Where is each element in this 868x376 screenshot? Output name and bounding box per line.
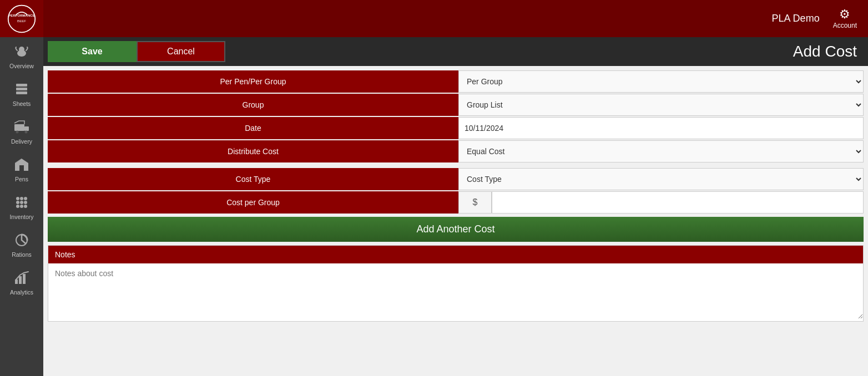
svg-rect-6 bbox=[16, 88, 27, 90]
gear-icon: ⚙ bbox=[839, 8, 850, 21]
account-label: Account bbox=[833, 22, 857, 29]
sidebar-item-overview[interactable]: Overview bbox=[0, 37, 43, 75]
app-logo: PERFORMANCE BEEF bbox=[0, 0, 43, 37]
svg-rect-5 bbox=[16, 84, 27, 87]
add-another-cost-button[interactable]: Add Another Cost bbox=[48, 217, 864, 242]
distribute-cost-row: Distribute Cost Equal Cost By Head Count… bbox=[48, 140, 864, 162]
sidebar-item-delivery[interactable]: Delivery bbox=[0, 113, 43, 150]
analytics-icon bbox=[13, 269, 31, 287]
save-button[interactable]: Save bbox=[48, 41, 137, 62]
sidebar-item-analytics[interactable]: Analytics bbox=[0, 263, 43, 301]
account-button[interactable]: ⚙ Account bbox=[833, 8, 857, 29]
form-area: Per Pen/Per Group Per Group Per Pen Grou… bbox=[43, 66, 868, 376]
sidebar-label-sheets: Sheets bbox=[13, 100, 31, 107]
cost-per-group-row: Cost per Group $ bbox=[48, 191, 864, 214]
svg-point-21 bbox=[24, 205, 27, 208]
notes-header: Notes bbox=[48, 246, 863, 263]
svg-point-4 bbox=[19, 47, 24, 52]
cost-type-label: Cost Type bbox=[48, 168, 458, 190]
svg-rect-24 bbox=[19, 276, 22, 284]
svg-point-20 bbox=[20, 205, 23, 208]
dollar-sign: $ bbox=[458, 191, 492, 214]
cost-per-group-label: Cost per Group bbox=[48, 191, 458, 214]
svg-point-0 bbox=[8, 5, 36, 32]
cost-type-select[interactable]: Cost Type Feed Medical Labor Other bbox=[458, 168, 864, 190]
svg-point-18 bbox=[24, 201, 27, 204]
sidebar-item-pens[interactable]: Pens bbox=[0, 150, 43, 188]
svg-text:BEEF: BEEF bbox=[17, 19, 26, 22]
date-row: Date 10/11/2024 bbox=[48, 117, 864, 139]
svg-rect-25 bbox=[23, 274, 26, 284]
per-pen-label: Per Pen/Per Group bbox=[48, 70, 458, 93]
pens-icon bbox=[13, 156, 31, 174]
cost-type-row: Cost Type Cost Type Feed Medical Labor O… bbox=[48, 168, 864, 190]
page-title: Add Cost bbox=[793, 43, 864, 60]
svg-point-14 bbox=[20, 197, 23, 200]
sidebar-item-rations[interactable]: Rations bbox=[0, 226, 43, 263]
svg-rect-12 bbox=[19, 165, 24, 171]
svg-point-11 bbox=[25, 131, 28, 134]
svg-point-16 bbox=[16, 201, 19, 204]
sidebar-item-inventory[interactable]: Inventory bbox=[0, 188, 43, 226]
svg-rect-9 bbox=[24, 126, 29, 131]
svg-rect-7 bbox=[16, 92, 27, 94]
toolbar: Save Cancel Add Cost bbox=[43, 37, 868, 66]
distribute-cost-label: Distribute Cost bbox=[48, 140, 458, 162]
rations-icon bbox=[13, 231, 31, 249]
distribute-cost-select[interactable]: Equal Cost By Head Count By Weight bbox=[458, 140, 864, 162]
sidebar: PERFORMANCE BEEF Overview Sheets bbox=[0, 0, 43, 376]
inventory-icon bbox=[13, 194, 31, 211]
group-select[interactable]: Group List bbox=[458, 94, 864, 116]
cancel-button[interactable]: Cancel bbox=[137, 41, 225, 62]
svg-rect-8 bbox=[14, 124, 24, 131]
svg-point-10 bbox=[16, 131, 19, 134]
sidebar-label-analytics: Analytics bbox=[10, 289, 33, 296]
svg-rect-23 bbox=[15, 280, 18, 284]
sheets-icon bbox=[13, 80, 31, 98]
main-content: PLA Demo ⚙ Account Save Cancel Add Cost … bbox=[43, 0, 868, 376]
per-pen-select[interactable]: Per Group Per Pen bbox=[458, 70, 864, 93]
svg-point-13 bbox=[16, 197, 19, 200]
notes-textarea[interactable] bbox=[48, 263, 863, 319]
sidebar-item-sheets[interactable]: Sheets bbox=[0, 75, 43, 113]
sidebar-label-rations: Rations bbox=[12, 251, 32, 258]
per-pen-row: Per Pen/Per Group Per Group Per Pen bbox=[48, 70, 864, 93]
sidebar-label-pens: Pens bbox=[15, 176, 28, 182]
cost-per-group-input[interactable] bbox=[492, 191, 864, 214]
delivery-icon bbox=[13, 118, 31, 136]
top-header: PLA Demo ⚙ Account bbox=[43, 0, 868, 37]
spacer bbox=[48, 164, 864, 168]
svg-point-15 bbox=[24, 197, 27, 200]
sidebar-label-inventory: Inventory bbox=[9, 214, 33, 220]
sidebar-label-overview: Overview bbox=[9, 63, 34, 69]
notes-section: Notes bbox=[48, 245, 864, 322]
svg-text:PERFORMANCE: PERFORMANCE bbox=[8, 13, 34, 17]
app-name: PLA Demo bbox=[772, 13, 820, 24]
group-row: Group Group List bbox=[48, 94, 864, 116]
overview-icon bbox=[13, 43, 31, 60]
date-label: Date bbox=[48, 117, 458, 139]
sidebar-label-delivery: Delivery bbox=[11, 138, 32, 145]
group-label: Group bbox=[48, 94, 458, 116]
svg-point-19 bbox=[16, 205, 19, 208]
svg-point-17 bbox=[20, 201, 23, 204]
date-value[interactable]: 10/11/2024 bbox=[458, 117, 864, 139]
